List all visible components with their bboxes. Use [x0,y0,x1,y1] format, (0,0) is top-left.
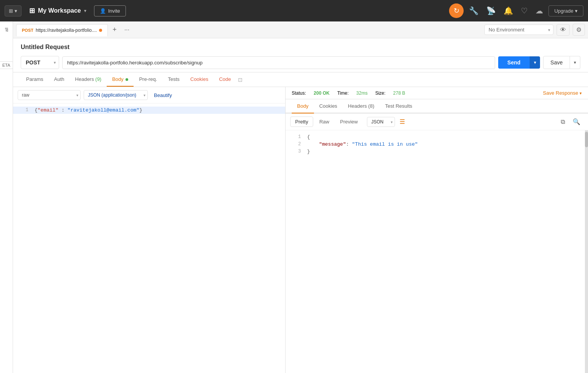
gear-icon-button[interactable]: ⚙ [573,24,585,36]
bell-icon: 🔔 [504,7,513,15]
tab-code[interactable]: Code [214,72,236,87]
upgrade-caret: ▾ [575,8,578,14]
upgrade-button[interactable]: Upgrade ▾ [548,5,583,16]
size-label: Size: [375,90,386,96]
tab-headers[interactable]: Headers (9) [70,72,107,87]
sync-button[interactable]: ↻ [449,3,464,18]
request-area: Untitled Request POST GET PUT DELETE ▾ S… [13,38,588,72]
heart-icon-button[interactable]: ♡ [519,4,530,18]
response-code: 1 { 2 "message": "This email is in use" … [286,130,588,373]
scrollbar-thumb [585,132,588,147]
tab-tests[interactable]: Tests [162,72,185,87]
cloud-icon-button[interactable]: ☁ [533,4,545,18]
preview-view-button[interactable]: Preview [335,117,362,127]
tab-auth[interactable]: Auth [49,72,70,87]
tab-body[interactable]: Body [107,72,134,87]
save-response-label: Save Response [543,90,578,96]
search-response-button[interactable]: 🔍 [570,117,583,127]
code-line-1: 1 {"email" : "ravitejakoll@email.com"} [13,107,285,114]
resp-line-1: 1 { [286,133,588,141]
tab-cookies[interactable]: Cookies [185,72,214,87]
raw-view-button[interactable]: Raw [315,117,334,127]
grid-icon: ⊞ [29,7,35,15]
request-body-panel: raw form-data x-www-form-urlencoded bina… [13,87,286,373]
response-scrollbar[interactable] [585,130,588,373]
left-sidebar: all [0,21,13,373]
resp-format-select[interactable]: JSON XML HTML Text [367,117,395,127]
upgrade-label: Upgrade [554,8,573,14]
send-button-group: Send ▾ [498,56,540,69]
body-type-select-wrap: JSON (application/json) Text JavaScript … [84,90,148,100]
settings-icon-button[interactable]: 🔧 [467,4,481,18]
heart-icon: ♡ [521,7,528,15]
request-line: POST GET PUT DELETE ▾ Send ▾ Save ▾ [21,56,580,69]
tab-prereq[interactable]: Pre-req. [134,72,162,87]
top-nav: ⊞ ▾ ⊞ My Workspace ▾ 👤 Invite ↻ 🔧 📡 🔔 ♡ … [0,0,588,21]
bell-icon-button[interactable]: 🔔 [501,4,515,18]
response-status-bar: Status: 200 OK Time: 32ms Size: 278 B Sa… [286,87,588,99]
save-response-button[interactable]: Save Response ▾ [543,90,582,96]
resp-tab-body[interactable]: Body [292,99,314,113]
workspace-label: My Workspace [38,7,81,14]
code-editor[interactable]: 1 {"email" : "ravitejakoll@email.com"} [13,104,285,373]
beta-label: ETA [0,61,13,69]
tab-method: POST [22,28,33,33]
save-dropdown-button[interactable]: ▾ [570,56,580,69]
body-format-select[interactable]: raw form-data x-www-form-urlencoded bina… [18,90,81,100]
resp-tab-cookies[interactable]: Cookies [314,99,343,113]
split-pane: raw form-data x-www-form-urlencoded bina… [13,87,588,373]
code-content-1: {"email" : "ravitejakoll@email.com"} [35,107,142,113]
word-wrap-button[interactable]: ☰ [396,117,408,127]
request-tabs: Params Auth Headers (9) Body Pre-req. Te… [13,72,588,87]
satellite-icon-button[interactable]: 📡 [484,4,498,18]
resp-tab-headers[interactable]: Headers (8) [343,99,380,113]
env-select[interactable]: No Environment [484,25,553,35]
resp-tab-test-results[interactable]: Test Results [380,99,418,113]
pretty-view-button[interactable]: Pretty [290,117,313,127]
resp-format-wrap: JSON XML HTML Text ▾ [367,117,395,127]
invite-icon: 👤 [100,8,106,14]
status-label: Status: [292,90,306,96]
beautify-button[interactable]: Beautify [151,91,175,100]
save-button[interactable]: Save [543,56,570,69]
more-tabs-button[interactable]: ··· [121,25,132,35]
status-value: 200 OK [314,90,329,96]
eye-icon: 👁 [560,26,566,33]
body-toolbar: raw form-data x-www-form-urlencoded bina… [13,87,285,104]
send-button[interactable]: Send [498,56,530,69]
new-request-button[interactable]: ⊞ ▾ [5,5,21,16]
wrap-icon: ☰ [400,118,405,125]
satellite-icon: 📡 [486,7,496,15]
send-dropdown-button[interactable]: ▾ [530,56,540,69]
copy-response-button[interactable]: ⧉ [558,117,568,127]
time-value: 32ms [356,90,367,96]
eye-icon-button[interactable]: 👁 [557,24,570,36]
resp-content-1: { [307,134,310,140]
save-response-caret: ▾ [580,91,582,95]
method-select-wrap: POST GET PUT DELETE ▾ [21,56,59,69]
resp-line-num-3: 3 [290,149,301,154]
time-label: Time: [337,90,349,96]
sidebar-item-all[interactable]: all [3,25,10,34]
response-tabs: Body Cookies Headers (8) Test Results [286,99,588,113]
resp-content-2: "message": "This email is in use" [307,141,418,147]
size-value: 278 B [393,90,405,96]
tab-unsaved-dot [99,29,102,32]
main-layout: all POST https://ravitejakolla-portfolio… [0,21,588,373]
response-body-toolbar: Pretty Raw Preview JSON XML HTML Text ▾ … [286,113,588,130]
resp-content-3: } [307,149,310,154]
copy-icon: ⧉ [561,118,565,125]
body-type-select[interactable]: JSON (application/json) Text JavaScript … [84,90,148,100]
tab-bar: POST https://ravitejakolla-portfolio....… [13,21,588,38]
workspace-selector[interactable]: ⊞ My Workspace ▾ [25,7,91,15]
method-select[interactable]: POST GET PUT DELETE [21,56,59,69]
plus-icon: ⊞ [9,8,13,14]
env-selector-area: No Environment ▾ 👁 ⚙ [484,24,585,36]
invite-button[interactable]: 👤 Invite [94,5,126,16]
add-tab-button[interactable]: + [109,24,120,35]
url-input[interactable] [62,56,495,69]
search-icon: 🔍 [573,118,580,125]
tab-params[interactable]: Params [21,72,49,87]
save-button-group: Save ▾ [543,56,580,69]
request-tab[interactable]: POST https://ravitejakolla-portfolio.... [16,24,108,36]
